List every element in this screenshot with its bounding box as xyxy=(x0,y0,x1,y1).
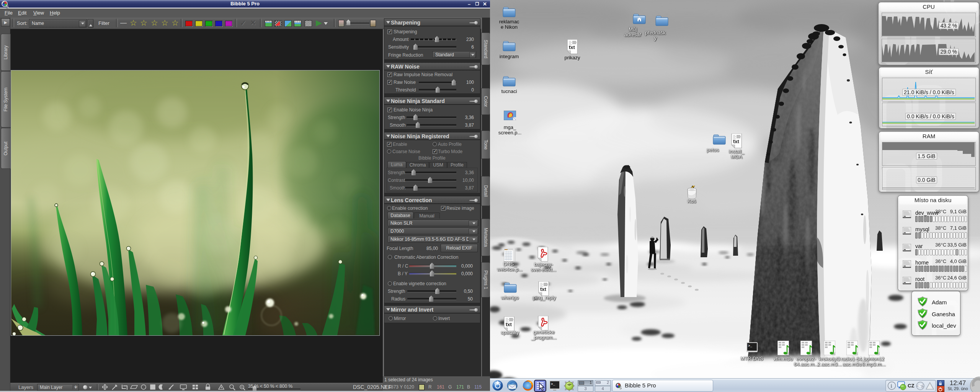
svg-text:i: i xyxy=(891,383,892,389)
svg-text:5: 5 xyxy=(6,4,8,9)
svg-text:>_: >_ xyxy=(551,382,555,386)
svg-text:5: 5 xyxy=(619,385,622,390)
